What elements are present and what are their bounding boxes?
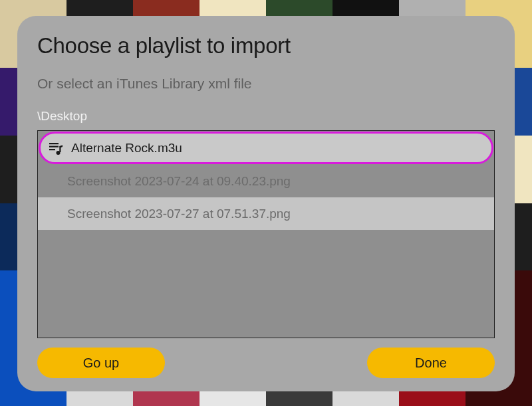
- file-name: Screenshot 2023-07-24 at 09.40.23.png: [45, 174, 485, 189]
- import-playlist-dialog: Choose a playlist to import Or select an…: [17, 16, 515, 391]
- file-row[interactable]: Alternate Rock.m3u: [39, 132, 493, 164]
- file-row[interactable]: Screenshot 2023-07-24 at 09.40.23.png: [38, 165, 494, 197]
- file-name: Alternate Rock.m3u: [70, 141, 482, 155]
- svg-rect-1: [49, 146, 59, 147]
- file-row[interactable]: Screenshot 2023-07-27 at 07.51.37.png: [38, 197, 494, 230]
- dialog-title: Choose a playlist to import: [37, 33, 495, 58]
- go-up-button[interactable]: Go up: [37, 348, 165, 378]
- svg-rect-0: [49, 143, 59, 144]
- done-button[interactable]: Done: [367, 348, 495, 378]
- file-list: Alternate Rock.m3u Screenshot 2023-07-24…: [37, 130, 495, 338]
- dialog-button-bar: Go up Done: [37, 348, 495, 378]
- current-path: \Desktop: [37, 109, 495, 124]
- file-name: Screenshot 2023-07-27 at 07.51.37.png: [45, 207, 485, 221]
- playlist-icon: [47, 140, 65, 157]
- dialog-subtitle: Or select an iTunes Library xml file: [37, 76, 495, 92]
- svg-rect-2: [49, 149, 55, 150]
